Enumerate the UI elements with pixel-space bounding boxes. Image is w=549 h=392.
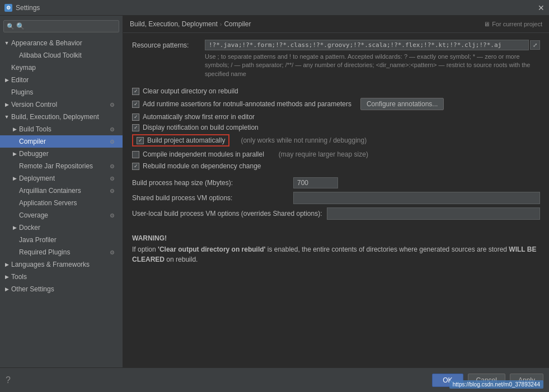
sidebar-label: Alibaba Cloud Toolkit (19, 51, 82, 59)
main-layout: 🔍 Appearance & Behavior Alibaba Cloud To… (0, 16, 549, 367)
sidebar-item-plugins[interactable]: Plugins (0, 86, 123, 98)
checkbox-compile-parallel-note: (may require larger heap size) (279, 150, 368, 158)
resource-help-text: Use ; to separate patterns and ! to nega… (205, 53, 540, 78)
sidebar-item-arquillian[interactable]: Arquillian Containers ⚙ (0, 185, 123, 197)
sidebar-label: Plugins (11, 88, 33, 96)
checkbox-display-notification-label: Display notification on build completion (143, 124, 259, 131)
sidebar-label: Appearance & Behavior (11, 39, 82, 47)
resource-patterns-row: Resource patterns: ⤢ (132, 40, 540, 50)
arrow-icon (3, 40, 10, 46)
breadcrumb-part-1: Build, Execution, Deployment (130, 20, 218, 28)
checkbox-build-auto-highlighted: Build project automatically (132, 134, 229, 147)
checkbox-display-notification-input[interactable] (132, 124, 139, 131)
arrow-icon (3, 64, 10, 71)
sidebar-item-editor[interactable]: Editor (0, 74, 123, 86)
checkbox-show-first-error-label: Automatically show first error in editor (143, 113, 255, 121)
arrow-icon (11, 52, 18, 59)
checkbox-rebuild-module-input[interactable] (132, 163, 139, 170)
sidebar-item-alibaba[interactable]: Alibaba Cloud Toolkit (0, 49, 123, 62)
checkbox-compile-parallel-label: Compile independent modules in parallel (143, 150, 264, 158)
settings-icon-small: ⚙ (110, 126, 118, 133)
checkbox-build-auto-note: (only works while not running / debuggin… (241, 136, 367, 144)
search-input[interactable] (3, 20, 119, 32)
heap-size-label: Build process heap size (Mbytes): (132, 179, 289, 187)
close-button[interactable]: ✕ (538, 3, 545, 12)
checkbox-build-auto-input[interactable] (137, 137, 144, 144)
checkbox-runtime-assertions: Add runtime assertions for notnull-annot… (132, 98, 540, 110)
sidebar-item-java-profiler[interactable]: Java Profiler (0, 234, 123, 246)
warning-section: WARNING! If option 'Clear output directo… (132, 229, 540, 270)
sidebar-item-build-exec-deploy[interactable]: Build, Execution, Deployment (0, 111, 123, 123)
settings-icon-small: ⚙ (110, 249, 118, 256)
arrow-icon (3, 114, 10, 120)
resource-patterns-input[interactable] (205, 40, 529, 50)
breadcrumb-project-label: For current project (492, 21, 542, 27)
user-vm-input[interactable] (327, 207, 541, 220)
sidebar-label: Build, Execution, Deployment (11, 113, 99, 121)
window-title: Settings (16, 4, 40, 12)
sidebar-item-coverage[interactable]: Coverage ⚙ (0, 209, 123, 221)
configure-annotations-button[interactable]: Configure annotations... (360, 98, 444, 110)
project-icon: 🖥 (484, 21, 490, 27)
sidebar-item-tools[interactable]: Tools (0, 271, 123, 283)
settings-icon-small: ⚙ (110, 102, 118, 108)
content-area: Build, Execution, Deployment › Compiler … (123, 16, 549, 367)
shared-vm-input[interactable] (293, 192, 540, 204)
checkbox-runtime-assertions-input[interactable] (132, 101, 139, 108)
arrow-icon (11, 150, 18, 157)
resource-patterns-label: Resource patterns: (132, 40, 205, 49)
settings-icon-small: ⚙ (110, 139, 118, 145)
sidebar: 🔍 Appearance & Behavior Alibaba Cloud To… (0, 16, 123, 367)
sidebar-label: Arquillian Containers (19, 187, 81, 195)
arrow-icon (11, 237, 18, 243)
content-scroll: Resource patterns: ⤢ Use ; to separate p… (123, 33, 549, 367)
arrow-icon (11, 187, 18, 194)
sidebar-label: Remote Jar Repositories (19, 162, 93, 170)
checkbox-compile-parallel-input[interactable] (132, 151, 139, 158)
sidebar-item-app-servers[interactable]: Application Servers (0, 197, 123, 209)
sidebar-item-deployment[interactable]: Deployment ⚙ (0, 172, 123, 185)
settings-icon-small: ⚙ (110, 212, 118, 219)
sidebar-item-compiler[interactable]: Compiler ⚙ (0, 135, 123, 148)
breadcrumb-separator: › (220, 21, 222, 27)
sidebar-label: Deployment (19, 174, 55, 182)
sidebar-item-keymap[interactable]: Keymap (0, 62, 123, 74)
sidebar-item-debugger[interactable]: Debugger (0, 148, 123, 160)
checkbox-rebuild-module-label: Rebuild module on dependency change (143, 162, 261, 170)
resource-input-wrap: ⤢ (205, 40, 540, 50)
sidebar-item-docker[interactable]: Docker (0, 221, 123, 234)
shared-vm-label: Shared build process VM options: (132, 194, 289, 202)
checkbox-build-auto-label: Build project automatically (147, 136, 225, 144)
sidebar-item-build-tools[interactable]: Build Tools ⚙ (0, 123, 123, 135)
sidebar-label: Languages & Frameworks (11, 261, 90, 268)
warning-title: WARNING! (132, 234, 540, 242)
arrow-icon (3, 273, 10, 280)
sidebar-item-other-settings[interactable]: Other Settings (0, 283, 123, 295)
sidebar-item-languages-frameworks[interactable]: Languages & Frameworks (0, 258, 123, 271)
settings-icon: ⚙ (4, 4, 12, 12)
arrow-icon (11, 212, 18, 219)
sidebar-item-version-control[interactable]: Version Control ⚙ (0, 98, 123, 111)
arrow-icon (11, 224, 18, 231)
resource-expand-button[interactable]: ⤢ (530, 40, 540, 50)
checkbox-clear-output-input[interactable] (132, 88, 139, 95)
breadcrumb-project: 🖥 For current project (484, 21, 542, 27)
checkbox-clear-output: Clear output directory on rebuild (132, 87, 540, 95)
checkbox-display-notification: Display notification on build completion (132, 124, 540, 131)
arrow-icon (3, 77, 10, 83)
heap-size-input[interactable] (293, 177, 338, 188)
sidebar-label: Keymap (11, 64, 36, 72)
checkbox-runtime-assertions-label: Add runtime assertions for notnull-annot… (143, 100, 351, 108)
arrow-icon (11, 126, 18, 133)
help-button[interactable]: ? (6, 375, 11, 385)
sidebar-label: Java Profiler (19, 236, 57, 244)
sidebar-item-appearance-behavior[interactable]: Appearance & Behavior (0, 37, 123, 49)
user-vm-label: User-local build process VM options (ove… (132, 210, 322, 218)
search-box[interactable]: 🔍 (3, 20, 119, 32)
sidebar-label: Compiler (19, 138, 46, 145)
settings-icon-small: ⚙ (110, 188, 118, 194)
sidebar-item-required-plugins[interactable]: Required Plugins ⚙ (0, 246, 123, 258)
checkbox-compile-parallel: Compile independent modules in parallel (132, 149, 268, 159)
sidebar-item-remote-jar[interactable]: Remote Jar Repositories ⚙ (0, 160, 123, 172)
checkbox-show-first-error-input[interactable] (132, 114, 139, 121)
